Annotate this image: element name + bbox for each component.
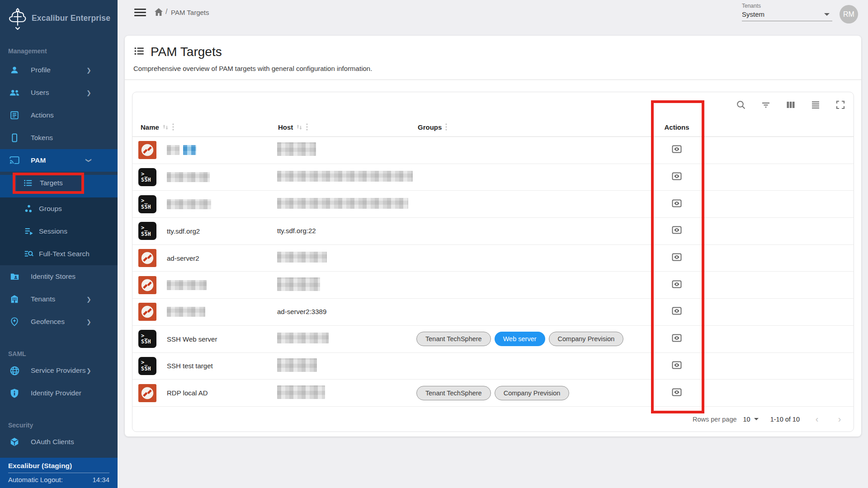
density-icon[interactable] — [811, 100, 821, 110]
sidebar-item-label: Identity Provider — [31, 389, 81, 397]
view-target-button[interactable] — [669, 305, 684, 319]
view-target-button[interactable] — [669, 251, 684, 265]
redacted-target-host — [277, 198, 408, 209]
breadcrumb-separator: / — [165, 8, 167, 16]
preview-eye-icon — [672, 388, 682, 399]
view-target-button[interactable] — [669, 386, 684, 400]
article-icon — [9, 110, 20, 121]
table-row: >_SSHSSH Web serverTenant TechSphereWeb … — [132, 326, 854, 353]
table-body: >_SSH>_SSH>_SSHtty.sdf.org2tty.sdf.org:2… — [132, 137, 854, 407]
list-icon — [23, 178, 33, 188]
sidebar-item-sessions[interactable]: Sessions — [0, 220, 118, 243]
brand: Excalibur Enterprise — [0, 0, 118, 43]
building-icon — [9, 294, 20, 305]
preview-eye-icon — [672, 280, 682, 291]
column-header-name: Name — [138, 123, 276, 131]
breadcrumb[interactable]: PAM Targets — [171, 9, 209, 16]
sidebar-item-tokens[interactable]: Tokens — [0, 127, 118, 149]
sidebar-item-actions[interactable]: Actions — [0, 104, 118, 127]
session-list-icon — [24, 226, 34, 237]
rdp-protocol-icon — [138, 276, 156, 294]
sort-icon[interactable] — [296, 124, 302, 131]
sidebar-item-oauth-clients[interactable]: OAuth Clients — [0, 431, 118, 453]
table-row: ad-server2:3389 — [132, 299, 854, 326]
fullscreen-icon[interactable] — [835, 100, 845, 110]
sidebar-item-label: Service Providers — [31, 366, 85, 375]
tenants-select-label: Tenants — [742, 3, 832, 9]
sidebar-item-groups[interactable]: Groups — [0, 197, 118, 220]
sidebar-item-label: PAM — [31, 156, 46, 164]
view-target-button[interactable] — [669, 170, 684, 184]
preview-eye-icon — [672, 172, 682, 183]
pin-plus-icon — [9, 316, 20, 327]
columns-icon[interactable] — [786, 100, 796, 110]
group-chip: Tenant TechSphere — [416, 386, 491, 400]
target-host: tty.sdf.org:22 — [277, 227, 316, 235]
section-label-saml: SAML — [0, 348, 118, 359]
sidebar-item-label: Sessions — [39, 227, 67, 235]
target-name: SSH test target — [167, 362, 213, 370]
section-label-management: Management — [0, 43, 118, 59]
page-title: PAM Targets — [151, 45, 222, 59]
group-chip: Web server — [495, 332, 545, 346]
person-icon — [9, 65, 20, 75]
sidebar-item-service-providers[interactable]: Service Providers❯ — [0, 359, 118, 382]
tenants-select[interactable]: Tenants System — [742, 3, 832, 21]
table-row — [132, 137, 854, 164]
column-label: Actions — [664, 123, 689, 131]
menu-toggle-icon[interactable] — [134, 9, 146, 16]
rdp-protocol-icon — [138, 303, 156, 321]
ssh-protocol-icon: >_SSH — [138, 168, 156, 186]
table-row: >_SSH — [132, 164, 854, 191]
list-title-icon — [133, 45, 145, 59]
folder-user-icon — [9, 271, 20, 282]
chevron-down-icon — [754, 418, 759, 420]
main-area: / PAM Targets Tenants System RM PAM Ta — [118, 0, 868, 488]
view-target-button[interactable] — [669, 332, 684, 346]
rows-per-page-label: Rows per page — [693, 416, 737, 423]
sidebar-item-identity-stores[interactable]: Identity Stores — [0, 265, 118, 288]
chevron-right-icon: ❯ — [86, 367, 91, 374]
group-chip: Company Prevision — [495, 386, 570, 400]
sidebar-item-users[interactable]: Users❯ — [0, 81, 118, 104]
preview-eye-icon — [672, 361, 682, 371]
cube-icon — [9, 436, 20, 447]
view-target-button[interactable] — [669, 224, 684, 238]
sort-icon[interactable] — [162, 124, 169, 131]
column-menu-icon[interactable] — [306, 123, 308, 131]
search-icon[interactable] — [736, 100, 746, 110]
sidebar-item-targets[interactable]: Targets — [0, 175, 118, 197]
view-target-button[interactable] — [669, 197, 684, 211]
previous-page-icon[interactable]: ‹ — [811, 414, 822, 424]
next-page-icon[interactable]: › — [834, 414, 845, 424]
page-subtitle: Comprehensive overview of PAM targets wi… — [133, 65, 853, 72]
sidebar-item-identity-provider[interactable]: Identity Provider — [0, 382, 118, 404]
sidebar-item-full-text-search[interactable]: Full-Text Search — [0, 243, 118, 265]
column-menu-icon[interactable] — [445, 123, 448, 131]
column-label: Name — [141, 123, 159, 131]
sidebar-item-label: Groups — [39, 205, 62, 213]
group-chip: Tenant TechSphere — [416, 332, 491, 346]
brand-title: Excalibur Enterprise — [32, 14, 110, 23]
preview-eye-icon — [672, 199, 682, 210]
chevron-right-icon: ❯ — [86, 67, 91, 74]
avatar[interactable]: RM — [840, 5, 858, 23]
groups-cell: Tenant TechSphereCompany Prevision — [415, 386, 650, 400]
view-target-button[interactable] — [669, 143, 684, 157]
sidebar-item-tenants[interactable]: Tenants❯ — [0, 288, 118, 310]
target-host: ad-server2:3389 — [277, 308, 326, 315]
column-menu-icon[interactable] — [172, 123, 175, 131]
sidebar-item-profile[interactable]: Profile❯ — [0, 59, 118, 81]
target-name: SSH Web server — [167, 335, 217, 343]
redacted-target-host — [277, 358, 317, 372]
sidebar-item-pam[interactable]: PAM❯ — [0, 149, 118, 172]
group-chip: Company Prevision — [549, 332, 624, 346]
rows-per-page-select[interactable]: 10 — [743, 416, 759, 423]
view-target-button[interactable] — [669, 278, 684, 292]
preview-eye-icon — [672, 225, 682, 236]
sidebar-item-geofences[interactable]: Geofences❯ — [0, 310, 118, 333]
filter-icon[interactable] — [761, 100, 771, 110]
tenants-selected-value: System — [742, 10, 764, 18]
view-target-button[interactable] — [669, 359, 684, 373]
home-icon[interactable] — [154, 8, 163, 18]
